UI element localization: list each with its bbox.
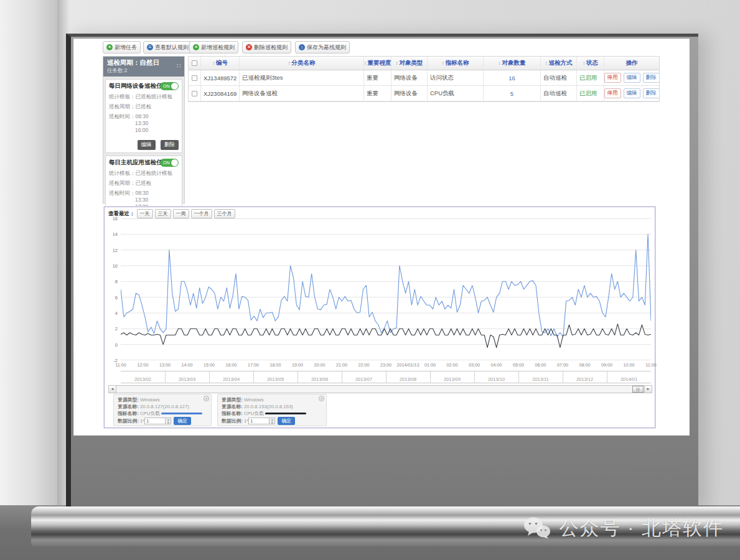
rule-id: XJ23084169 (201, 86, 240, 101)
row-checkbox-cell (189, 70, 201, 85)
header-importance[interactable]: ↕重要程度 (364, 57, 391, 70)
range-button-1week[interactable]: 一周 (173, 209, 189, 218)
range-button-3months[interactable]: 三个月 (214, 209, 235, 218)
header-actions: 操作 (604, 57, 659, 70)
header-indicator[interactable]: ↕指标名称 (428, 57, 484, 70)
month-label: 2013/12 (576, 376, 593, 382)
disable-button[interactable]: 停用 (604, 73, 621, 83)
close-icon[interactable]: ✕ (319, 396, 324, 401)
header-count[interactable]: ↕对象数量 (484, 57, 541, 70)
task-delete-button[interactable]: 删除 (161, 140, 179, 150)
plus-icon: + (106, 44, 113, 50)
disable-button[interactable]: 停用 (604, 88, 621, 98)
month-separator (342, 371, 342, 383)
confirm-button[interactable]: 确定 (174, 417, 191, 425)
x-tick-label: 21:00 (336, 362, 347, 368)
resource-info-card: ✕ 资源类型: Windows 资源名称: 20.0.8.127(20.0.8.… (113, 394, 212, 426)
x-tick-label: 12:00 (137, 362, 148, 368)
delete-icon: ✕ (246, 44, 252, 50)
month-separator (430, 371, 431, 383)
y-tick-label: 6 (115, 295, 118, 301)
task-toggle-on[interactable]: ON (160, 82, 179, 90)
new-task-button[interactable]: + 新增任务 (103, 41, 141, 54)
header-status[interactable]: ↕状态 (577, 57, 604, 70)
delete-rule-button[interactable]: ✕ 删除巡检规则 (242, 41, 291, 54)
edit-button[interactable]: 编辑 (624, 88, 640, 98)
row-checkbox-cell (189, 86, 201, 101)
view-default-rules-label: 查看默认规则 (155, 44, 189, 52)
range-button-3days[interactable]: 三天 (155, 209, 171, 218)
stepper-icon[interactable]: ▴▾ (166, 418, 171, 424)
timeseries-plot (121, 218, 651, 360)
view-default-rules-button[interactable]: ≡ 查看默认规则 (143, 41, 192, 54)
row-checkbox[interactable] (192, 91, 197, 96)
series-line-0 (121, 234, 651, 337)
header-id[interactable]: ↕编号 (201, 57, 240, 70)
month-separator (297, 371, 298, 383)
sidebar-button-row: + 新增任务 ≡ 查看默认规则 (103, 41, 190, 54)
y-tick-label: 14 (113, 231, 118, 237)
rule-count-link[interactable]: 16 (484, 70, 541, 85)
save-baseline-button[interactable]: ↓ 保存为基线规则 (295, 41, 350, 54)
month-separator (386, 371, 386, 383)
y-tick-label: 12 (113, 248, 118, 253)
month-label: 2013/03 (179, 376, 195, 382)
drag-handle-icon[interactable]: ∷ (177, 62, 180, 69)
y-tick-label: 2 (115, 326, 118, 332)
scroll-left-arrow[interactable]: ◄ (109, 386, 116, 393)
rule-method: 自动巡检 (541, 70, 577, 85)
delete-button[interactable]: 删除 (643, 88, 660, 98)
scroll-right-arrow[interactable]: ► (644, 386, 652, 393)
close-icon[interactable]: ✕ (204, 396, 209, 401)
rule-actions: 停用 编辑 删除 (604, 86, 659, 101)
select-all-checkbox-cell (189, 57, 201, 70)
task-sidebar: 巡检周期：自然日 任务数:2 ∷ 每日网络设备巡检任务 ON 统计模板：已巡检统… (103, 56, 185, 203)
header-category[interactable]: ↕分类名称 (240, 57, 364, 70)
range-button-1day[interactable]: 一天 (137, 209, 153, 218)
sort-icon: ↕ (212, 60, 215, 66)
sort-icon: ↕ (288, 60, 291, 66)
ratio-input[interactable] (144, 418, 166, 424)
add-rule-button[interactable]: + 新增巡检规则 (189, 41, 238, 54)
watermark: 公众号 · 北塔软件 (523, 515, 724, 541)
new-task-label: 新增任务 (115, 44, 137, 52)
x-tick-label: 22:00 (358, 362, 370, 368)
rule-indicator: 访问状态 (428, 70, 484, 85)
task-toggle-on[interactable]: ON (160, 159, 179, 167)
task-edit-button[interactable]: 编辑 (138, 140, 156, 150)
rule-count-link[interactable]: 5 (484, 86, 541, 101)
toggle-knob (171, 83, 178, 90)
x-tick-label: 13:00 (159, 362, 171, 368)
task-card-network: 每日网络设备巡检任务 ON 统计模板：已巡检统计模板 巡检周期：已巡检 巡检时间… (105, 79, 182, 153)
series-line-1 (121, 324, 651, 348)
x-tick-label: 06:00 (535, 362, 546, 368)
series-color-swatch (265, 413, 306, 414)
month-separator (474, 371, 475, 383)
table-header-row: ↕编号 ↕分类名称 ↕重要程度 ↕对象类型 ↕指标名称 ↕对象数量 ↕巡检方式 … (189, 57, 659, 70)
time-range-controls: 查看最近： 一天 三天 一周 一个月 三个月 (108, 209, 235, 218)
y-tick-label: 8 (115, 279, 118, 284)
rule-id: XJ13489572 (201, 70, 240, 85)
y-axis-labels: 1614121086420-2 (105, 218, 119, 360)
range-button-1month[interactable]: 一个月 (191, 209, 212, 218)
rules-table: ↕编号 ↕分类名称 ↕重要程度 ↕对象类型 ↕指标名称 ↕对象数量 ↕巡检方式 … (188, 56, 660, 102)
header-method[interactable]: ↕巡检方式 (541, 57, 577, 70)
header-object-type[interactable]: ↕对象类型 (391, 57, 428, 70)
select-all-checkbox[interactable] (192, 60, 197, 66)
timeline-scrollbar[interactable]: ◄ ► (108, 385, 652, 393)
edit-button[interactable]: 编辑 (624, 73, 640, 83)
confirm-button[interactable]: 确定 (278, 417, 295, 425)
x-tick-label: 14:00 (182, 362, 193, 368)
x-tick-label: 01:00 (424, 362, 436, 368)
sort-icon: ↕ (396, 60, 398, 66)
row-checkbox[interactable] (192, 75, 197, 81)
delete-button[interactable]: 删除 (643, 73, 660, 83)
sort-icon: ↕ (583, 60, 585, 66)
stepper-icon[interactable]: ▴▾ (269, 418, 275, 424)
ratio-input[interactable] (248, 418, 269, 424)
rule-importance: 重要 (364, 86, 391, 101)
rule-indicator: CPU负载 (428, 86, 484, 101)
task-cycle-row: 巡检周期：已巡检 (109, 103, 179, 110)
month-separator (165, 371, 166, 383)
scroll-handle[interactable] (632, 386, 644, 393)
